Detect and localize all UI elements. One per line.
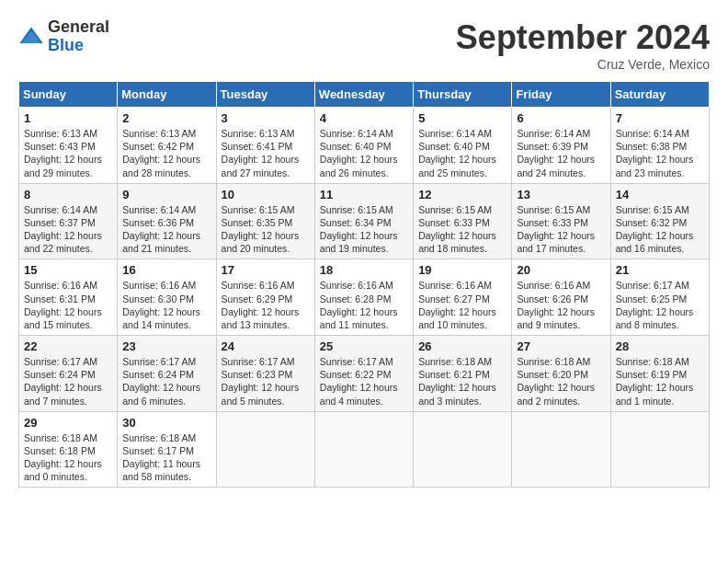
day-number: 5	[418, 111, 506, 125]
logo-icon	[18, 24, 44, 50]
weekday-header: Saturday	[610, 82, 709, 108]
weekday-header-row: SundayMondayTuesdayWednesdayThursdayFrid…	[19, 82, 710, 108]
day-info: Sunrise: 6:14 AM Sunset: 6:36 PM Dayligh…	[122, 203, 210, 256]
calendar-cell: 8 Sunrise: 6:14 AM Sunset: 6:37 PM Dayli…	[19, 183, 118, 259]
day-number: 1	[24, 111, 112, 125]
day-number: 29	[24, 416, 112, 430]
sunrise-label: Sunrise: 6:14 AM	[517, 128, 590, 139]
daylight-label: Daylight: 12 hours and 3 minutes.	[418, 382, 496, 406]
day-info: Sunrise: 6:15 AM Sunset: 6:35 PM Dayligh…	[222, 203, 310, 256]
sunrise-label: Sunrise: 6:18 AM	[616, 356, 689, 367]
day-number: 23	[122, 339, 210, 353]
sunrise-label: Sunrise: 6:17 AM	[616, 280, 689, 291]
day-number: 21	[616, 263, 704, 277]
daylight-label: Daylight: 12 hours and 17 minutes.	[517, 230, 595, 254]
sunrise-label: Sunrise: 6:15 AM	[517, 204, 590, 215]
day-info: Sunrise: 6:13 AM Sunset: 6:41 PM Dayligh…	[222, 127, 310, 179]
weekday-header: Friday	[512, 82, 610, 108]
sunset-label: Sunset: 6:19 PM	[616, 369, 688, 380]
calendar-cell: 2 Sunrise: 6:13 AM Sunset: 6:42 PM Dayli…	[118, 108, 216, 184]
calendar-cell: 5 Sunrise: 6:14 AM Sunset: 6:40 PM Dayli…	[414, 108, 512, 184]
sunset-label: Sunset: 6:24 PM	[122, 369, 194, 380]
daylight-label: Daylight: 12 hours and 10 minutes.	[418, 306, 496, 330]
sunset-label: Sunset: 6:31 PM	[24, 293, 96, 304]
calendar-cell: 25 Sunrise: 6:17 AM Sunset: 6:22 PM Dayl…	[314, 336, 413, 412]
daylight-label: Daylight: 11 hours and 58 minutes.	[122, 458, 200, 482]
day-info: Sunrise: 6:15 AM Sunset: 6:34 PM Dayligh…	[320, 203, 408, 256]
sunset-label: Sunset: 6:40 PM	[320, 141, 392, 152]
day-info: Sunrise: 6:14 AM Sunset: 6:38 PM Dayligh…	[616, 127, 704, 179]
sunrise-label: Sunrise: 6:18 AM	[418, 356, 492, 367]
day-info: Sunrise: 6:14 AM Sunset: 6:39 PM Dayligh…	[517, 127, 605, 179]
calendar-cell: 16 Sunrise: 6:16 AM Sunset: 6:30 PM Dayl…	[118, 259, 216, 336]
sunrise-label: Sunrise: 6:14 AM	[122, 204, 196, 215]
day-info: Sunrise: 6:15 AM Sunset: 6:33 PM Dayligh…	[517, 203, 605, 256]
sunset-label: Sunset: 6:29 PM	[222, 293, 293, 304]
sunset-label: Sunset: 6:34 PM	[320, 217, 392, 228]
sunset-label: Sunset: 6:26 PM	[517, 293, 588, 304]
sunrise-label: Sunrise: 6:13 AM	[24, 128, 97, 139]
sunset-label: Sunset: 6:40 PM	[418, 141, 490, 152]
sunrise-label: Sunrise: 6:18 AM	[122, 432, 196, 443]
calendar-cell: 28 Sunrise: 6:18 AM Sunset: 6:19 PM Dayl…	[610, 336, 709, 412]
day-info: Sunrise: 6:14 AM Sunset: 6:40 PM Dayligh…	[320, 127, 408, 179]
day-info: Sunrise: 6:18 AM Sunset: 6:17 PM Dayligh…	[122, 431, 210, 484]
calendar-cell: 3 Sunrise: 6:13 AM Sunset: 6:41 PM Dayli…	[216, 108, 314, 184]
day-number: 10	[222, 188, 310, 201]
daylight-label: Daylight: 12 hours and 16 minutes.	[616, 230, 694, 254]
sunrise-label: Sunrise: 6:17 AM	[320, 356, 393, 367]
sunrise-label: Sunrise: 6:16 AM	[517, 280, 590, 291]
sunset-label: Sunset: 6:24 PM	[24, 369, 96, 380]
sunrise-label: Sunrise: 6:14 AM	[320, 128, 393, 139]
calendar-week-row: 15 Sunrise: 6:16 AM Sunset: 6:31 PM Dayl…	[19, 259, 710, 336]
calendar-cell: 15 Sunrise: 6:16 AM Sunset: 6:31 PM Dayl…	[19, 259, 118, 336]
day-number: 12	[418, 188, 506, 201]
sunrise-label: Sunrise: 6:15 AM	[222, 204, 295, 215]
sunrise-label: Sunrise: 6:14 AM	[616, 128, 689, 139]
sunrise-label: Sunrise: 6:17 AM	[222, 356, 295, 367]
sunset-label: Sunset: 6:18 PM	[24, 445, 96, 456]
calendar-cell: 23 Sunrise: 6:17 AM Sunset: 6:24 PM Dayl…	[118, 336, 216, 412]
daylight-label: Daylight: 12 hours and 20 minutes.	[222, 230, 300, 254]
daylight-label: Daylight: 12 hours and 6 minutes.	[122, 382, 200, 406]
sunset-label: Sunset: 6:39 PM	[517, 141, 588, 152]
daylight-label: Daylight: 12 hours and 0 minutes.	[24, 458, 102, 482]
sunset-label: Sunset: 6:33 PM	[418, 217, 490, 228]
day-info: Sunrise: 6:14 AM Sunset: 6:37 PM Dayligh…	[24, 203, 112, 256]
day-number: 26	[418, 339, 506, 353]
calendar-cell	[512, 411, 610, 488]
day-number: 11	[320, 188, 408, 201]
daylight-label: Daylight: 12 hours and 8 minutes.	[616, 306, 694, 330]
day-info: Sunrise: 6:15 AM Sunset: 6:33 PM Dayligh…	[418, 203, 506, 256]
calendar-cell: 26 Sunrise: 6:18 AM Sunset: 6:21 PM Dayl…	[414, 336, 512, 412]
sunrise-label: Sunrise: 6:18 AM	[517, 356, 590, 367]
calendar-cell	[216, 411, 314, 488]
day-number: 17	[222, 263, 310, 277]
day-info: Sunrise: 6:17 AM Sunset: 6:25 PM Dayligh…	[616, 279, 704, 331]
calendar-cell: 20 Sunrise: 6:16 AM Sunset: 6:26 PM Dayl…	[512, 259, 610, 336]
day-info: Sunrise: 6:16 AM Sunset: 6:31 PM Dayligh…	[24, 279, 112, 331]
logo-general: General	[48, 18, 109, 37]
calendar-cell: 4 Sunrise: 6:14 AM Sunset: 6:40 PM Dayli…	[314, 108, 413, 184]
day-info: Sunrise: 6:14 AM Sunset: 6:40 PM Dayligh…	[418, 127, 506, 179]
daylight-label: Daylight: 12 hours and 23 minutes.	[616, 154, 694, 178]
calendar-cell: 19 Sunrise: 6:16 AM Sunset: 6:27 PM Dayl…	[414, 259, 512, 336]
daylight-label: Daylight: 12 hours and 11 minutes.	[320, 306, 398, 330]
day-info: Sunrise: 6:16 AM Sunset: 6:29 PM Dayligh…	[222, 279, 310, 331]
day-info: Sunrise: 6:17 AM Sunset: 6:24 PM Dayligh…	[24, 355, 112, 408]
day-number: 22	[24, 339, 112, 353]
weekday-header: Tuesday	[216, 82, 314, 108]
daylight-label: Daylight: 12 hours and 25 minutes.	[418, 154, 496, 178]
sunset-label: Sunset: 6:42 PM	[122, 141, 194, 152]
sunrise-label: Sunrise: 6:18 AM	[24, 432, 97, 443]
sunrise-label: Sunrise: 6:14 AM	[418, 128, 492, 139]
sunset-label: Sunset: 6:17 PM	[122, 445, 194, 456]
sunrise-label: Sunrise: 6:13 AM	[222, 128, 295, 139]
weekday-header: Monday	[118, 82, 216, 108]
day-info: Sunrise: 6:16 AM Sunset: 6:27 PM Dayligh…	[418, 279, 506, 331]
daylight-label: Daylight: 12 hours and 24 minutes.	[517, 154, 595, 178]
sunrise-label: Sunrise: 6:16 AM	[24, 280, 97, 291]
daylight-label: Daylight: 12 hours and 14 minutes.	[122, 306, 200, 330]
title-section: September 2024 Cruz Verde, Mexico	[456, 18, 710, 72]
sunrise-label: Sunrise: 6:16 AM	[418, 280, 492, 291]
